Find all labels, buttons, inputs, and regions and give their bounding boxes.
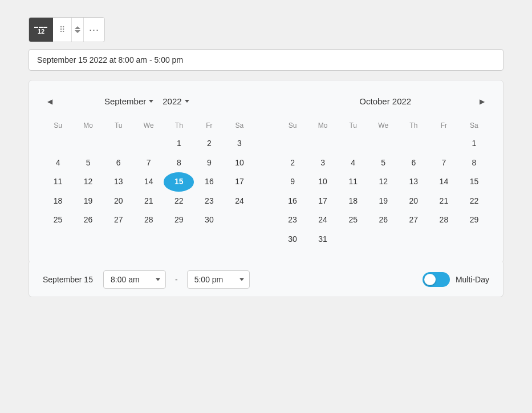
calendar-day[interactable]: 22 (164, 192, 194, 211)
dow-header: We (368, 119, 399, 134)
calendar-day[interactable]: 10 (224, 153, 254, 173)
calendar-day[interactable]: 19 (368, 192, 399, 211)
calendar-day[interactable]: 25 (43, 210, 73, 230)
calendar-day[interactable]: 4 (338, 153, 368, 173)
calendar-day[interactable]: 23 (194, 192, 224, 211)
calendar-day[interactable]: 27 (103, 210, 133, 230)
calendar-day[interactable]: 22 (459, 192, 489, 211)
spinner-up[interactable] (75, 26, 80, 29)
calendar-day[interactable]: 15 (459, 172, 489, 192)
page-wrapper: ▬▬▬ 12 ⠿ ··· September (11, 11, 521, 303)
left-calendar-panel: September 2022 SuMoTuWeThFrSa12345678910… (43, 92, 255, 249)
calendar-day[interactable]: 8 (459, 153, 489, 173)
right-calendar-panel: October 2022 SuMoTuWeThFrSa1234567891011… (278, 92, 490, 249)
calendar-day (224, 210, 254, 230)
prev-month-button[interactable] (43, 94, 57, 108)
calendar-day[interactable]: 17 (224, 172, 254, 192)
drag-handle[interactable]: ⠿ (53, 17, 71, 42)
calendar-day[interactable]: 14 (429, 172, 459, 192)
calendar-day[interactable]: 3 (224, 134, 254, 153)
calendar-day[interactable]: 17 (308, 192, 338, 211)
calendar-day[interactable]: 11 (338, 172, 368, 192)
calendar-day[interactable]: 7 (429, 153, 459, 173)
calendar-day[interactable]: 21 (133, 192, 164, 211)
calendar-day[interactable]: 19 (73, 192, 103, 211)
time-separator: - (175, 275, 178, 284)
year-dropdown-button[interactable]: 2022 (160, 95, 191, 107)
start-time-select[interactable]: 12:00 am12:30 am1:00 am1:30 am2:00 am2:3… (103, 270, 166, 289)
calendar-day[interactable]: 6 (103, 153, 133, 173)
calendar-day[interactable]: 21 (429, 192, 459, 211)
bottom-date-label: September 15 (43, 275, 94, 284)
calendar-day (399, 134, 429, 153)
more-options-button[interactable]: ··· (84, 17, 104, 42)
calendar-day[interactable]: 18 (43, 192, 73, 211)
calendar-day[interactable]: 2 (278, 153, 308, 173)
calendar-day[interactable]: 3 (308, 153, 338, 173)
calendar-day[interactable]: 29 (459, 210, 489, 230)
calendar-day[interactable]: 14 (133, 172, 164, 192)
left-cal-grid: SuMoTuWeThFrSa12345678910111213141516171… (43, 119, 255, 230)
next-month-button[interactable] (475, 94, 489, 108)
calendar-day[interactable]: 20 (103, 192, 133, 211)
calendar-day (43, 134, 73, 153)
month-dropdown-button[interactable]: September (102, 95, 156, 107)
calendar-day[interactable]: 9 (194, 153, 224, 173)
calendar-day[interactable]: 24 (224, 192, 254, 211)
calendar-day[interactable]: 28 (429, 210, 459, 230)
left-cal-title: September 2022 (102, 95, 192, 107)
calendar-day[interactable]: 29 (164, 210, 194, 230)
dow-header: Fr (429, 119, 459, 134)
multiday-toggle[interactable] (423, 272, 450, 287)
calendar-day[interactable]: 26 (73, 210, 103, 230)
calendar-day[interactable]: 10 (308, 172, 338, 192)
calendar-day[interactable]: 6 (399, 153, 429, 173)
date-input[interactable] (29, 49, 503, 71)
multiday-section: Multi-Day (423, 272, 489, 287)
calendar-day[interactable]: 27 (399, 210, 429, 230)
calendar-day[interactable]: 20 (399, 192, 429, 211)
calendar-day[interactable]: 15 (164, 172, 194, 192)
calendar-day (278, 134, 308, 153)
calendar-day[interactable]: 30 (278, 230, 308, 249)
spinner-block (71, 17, 84, 42)
calendar-day[interactable]: 24 (308, 210, 338, 230)
dow-header: Mo (73, 119, 103, 134)
calendar-day[interactable]: 12 (73, 172, 103, 192)
calendar-day[interactable]: 31 (308, 230, 338, 249)
calendar-day[interactable]: 25 (338, 210, 368, 230)
calendar-day (338, 134, 368, 153)
right-cal-grid: SuMoTuWeThFrSa12345678910111213141516171… (278, 119, 490, 249)
end-time-select-wrap: 12:00 am12:30 am1:00 am1:30 am2:00 am2:3… (187, 270, 250, 289)
calendar-day[interactable]: 5 (368, 153, 399, 173)
calendar-day (308, 134, 338, 153)
calendar-day[interactable]: 5 (73, 153, 103, 173)
calendar-day[interactable]: 13 (103, 172, 133, 192)
calendar-day[interactable]: 8 (164, 153, 194, 173)
calendar-day[interactable]: 9 (278, 172, 308, 192)
calendar-day[interactable]: 26 (368, 210, 399, 230)
calendar-day[interactable]: 7 (133, 153, 164, 173)
calendar-day[interactable]: 4 (43, 153, 73, 173)
calendars-row: September 2022 SuMoTuWeThFrSa12345678910… (43, 92, 489, 249)
calendar-day[interactable]: 13 (399, 172, 429, 192)
date-input-row (29, 49, 503, 71)
calendar-day (73, 134, 103, 153)
calendar-day[interactable]: 1 (459, 134, 489, 153)
calendar-day[interactable]: 18 (338, 192, 368, 211)
calendar-day (338, 230, 368, 249)
right-cal-title-text: October 2022 (359, 96, 411, 106)
calendar-day[interactable]: 2 (194, 134, 224, 153)
end-time-select[interactable]: 12:00 am12:30 am1:00 am1:30 am2:00 am2:3… (187, 270, 250, 289)
calendar-day (368, 134, 399, 153)
calendar-day (429, 134, 459, 153)
calendar-day[interactable]: 30 (194, 210, 224, 230)
calendar-day[interactable]: 16 (278, 192, 308, 211)
spinner-down[interactable] (75, 30, 80, 33)
calendar-day[interactable]: 12 (368, 172, 399, 192)
calendar-day[interactable]: 11 (43, 172, 73, 192)
calendar-day[interactable]: 28 (133, 210, 164, 230)
calendar-day[interactable]: 23 (278, 210, 308, 230)
calendar-day[interactable]: 1 (164, 134, 194, 153)
calendar-day[interactable]: 16 (194, 172, 224, 192)
